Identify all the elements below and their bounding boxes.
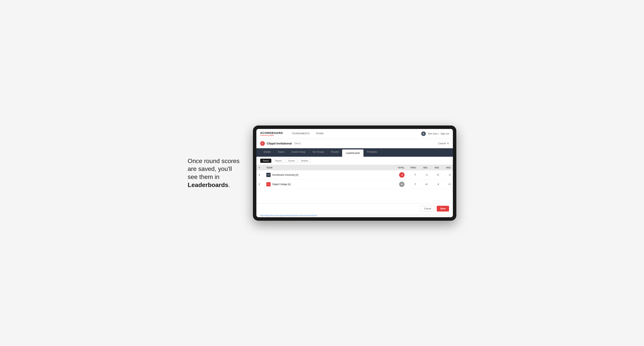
user-name: Test User |: [428, 132, 439, 135]
logo-powered: Powered by clippd: [260, 135, 283, 136]
thru-cell-2: F: [407, 179, 418, 189]
logo-title: SCOREBOARD: [260, 131, 283, 135]
sidebar-ending: .: [228, 181, 230, 188]
score-badge-2: +3: [399, 182, 404, 187]
team-name-2: Clippd College [A]: [272, 183, 290, 186]
team-cell-2: C Clippd College [A]: [264, 179, 392, 189]
col-header-total: TOTAL: [392, 165, 407, 170]
rd2-cell-1: +5: [430, 170, 441, 180]
tab-results[interactable]: Results: [328, 148, 342, 157]
rd1-cell-2: +8: [418, 179, 430, 189]
cancel-label: Cancel: [438, 142, 446, 145]
tournament-subtitle: (Men): [294, 142, 301, 145]
cancel-button[interactable]: Cancel: [420, 206, 435, 211]
breadcrumb-left: C Clippd Invitational (Men): [260, 141, 301, 146]
rd3-cell-1: -6: [441, 170, 453, 180]
rank-cell-2: 2: [256, 179, 264, 189]
tab-bar: Details Teams Course Setup Tee Groups Re…: [256, 148, 453, 157]
col-header-rd1: RD1: [418, 165, 430, 170]
thru-cell-1: F: [407, 170, 418, 180]
tab-course-setup[interactable]: Course Setup: [288, 148, 309, 157]
leaderboard-table: # TEAM TOTAL THRU RD1 RD2 RD3 1: [256, 165, 453, 189]
url-bar: https://stage-blue-coach.stagescoreboard…: [256, 214, 453, 217]
tournament-title: Clippd Invitational: [267, 142, 292, 145]
cancel-x-button[interactable]: Cancel ✕: [438, 142, 449, 145]
top-nav: SCOREBOARD Powered by clippd TOURNAMENTS…: [256, 129, 453, 139]
total-cell-1: -5: [392, 170, 407, 180]
close-icon: ✕: [447, 142, 449, 145]
tablet-device: SCOREBOARD Powered by clippd TOURNAMENTS…: [253, 126, 456, 221]
filter-strokes[interactable]: Strokes: [298, 159, 310, 163]
nav-right: S Test User | Sign out: [421, 131, 449, 136]
user-avatar: S: [421, 131, 426, 136]
team-logo-1: SU: [266, 173, 270, 177]
filter-players[interactable]: Players: [272, 159, 284, 163]
tab-teams[interactable]: Teams: [274, 148, 288, 157]
table-row: 2 C Clippd College [A] +3 F: [256, 179, 453, 189]
sidebar-highlight: Leaderboards: [188, 181, 228, 188]
filter-teams[interactable]: Teams: [260, 159, 271, 163]
sidebar-text-line1: Once round scores are saved, you'll see …: [188, 158, 240, 180]
sidebar-description: Once round scores are saved, you'll see …: [188, 157, 242, 189]
total-cell-2: +3: [392, 179, 407, 189]
sign-out-link[interactable]: Sign out: [440, 132, 449, 135]
col-header-team: TEAM: [264, 165, 392, 170]
score-badge-1: -5: [399, 172, 404, 177]
rd1-cell-1: -4: [418, 170, 430, 180]
rank-cell-1: 1: [256, 170, 264, 180]
tab-leaderboards[interactable]: Leaderboards: [342, 150, 363, 157]
col-header-rd2: RD2: [430, 165, 441, 170]
tab-tee-groups[interactable]: Tee Groups: [309, 148, 328, 157]
footer-bar: Cancel Save: [256, 203, 453, 214]
rd3-cell-2: +3: [441, 179, 453, 189]
nav-tournaments[interactable]: TOURNAMENTS: [288, 129, 312, 139]
col-header-thru: THRU: [407, 165, 418, 170]
table-header-row: # TEAM TOTAL THRU RD1 RD2 RD3: [256, 165, 453, 170]
tablet-screen: SCOREBOARD Powered by clippd TOURNAMENTS…: [256, 129, 453, 217]
team-name-1: Scoreboard University [A]: [272, 173, 298, 176]
tab-printables[interactable]: Printables: [364, 148, 380, 157]
logo-area: SCOREBOARD Powered by clippd: [260, 131, 283, 136]
team-logo-2: C: [266, 182, 270, 186]
save-button[interactable]: Save: [437, 206, 449, 211]
col-header-rd3: RD3: [441, 165, 453, 170]
filter-bar: Teams Players Scores Strokes: [256, 157, 453, 165]
team-cell-1: SU Scoreboard University [A]: [264, 170, 392, 180]
col-header-rank: #: [256, 165, 264, 170]
breadcrumb-bar: C Clippd Invitational (Men) Cancel ✕: [256, 139, 453, 148]
nav-links: TOURNAMENTS TEAMS: [288, 129, 326, 139]
tab-details[interactable]: Details: [260, 148, 274, 157]
table-row: 1 SU Scoreboard University [A] -5 F: [256, 170, 453, 180]
filter-scores[interactable]: Scores: [286, 159, 297, 163]
rd2-cell-2: -8: [430, 179, 441, 189]
nav-teams[interactable]: TEAMS: [312, 129, 326, 139]
tournament-icon: C: [260, 141, 265, 146]
leaderboard-table-wrapper: # TEAM TOTAL THRU RD1 RD2 RD3 1: [256, 165, 453, 203]
